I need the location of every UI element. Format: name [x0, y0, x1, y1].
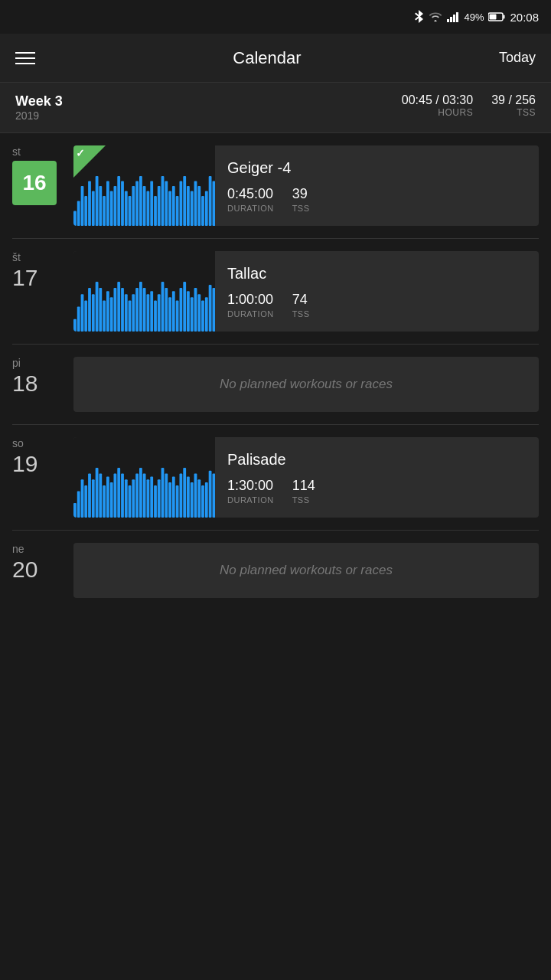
battery-icon [488, 12, 505, 21]
status-time: 20:08 [510, 11, 539, 24]
svg-rect-101 [125, 479, 128, 518]
menu-button[interactable] [15, 52, 35, 64]
hours-value: 00:45 / 03:30 [402, 93, 473, 107]
week-stat-tss: 39 / 256 TSS [491, 93, 536, 118]
svg-rect-41 [197, 186, 201, 226]
svg-rect-37 [183, 176, 186, 226]
svg-rect-76 [180, 288, 183, 332]
svg-rect-117 [183, 468, 186, 518]
svg-rect-24 [135, 181, 139, 227]
tss-value-17: 74 [292, 292, 310, 308]
wifi-icon [429, 11, 442, 22]
svg-rect-80 [194, 288, 197, 332]
day-number-17: 17 [12, 266, 73, 289]
workout-info-19: Palisade1:30:00DURATION114TSS [215, 437, 539, 518]
workout-info-17: Tallac1:00:00DURATION74TSS [215, 251, 539, 332]
svg-rect-16 [106, 181, 109, 227]
svg-rect-54 [99, 288, 102, 332]
svg-rect-73 [168, 297, 171, 332]
svg-rect-112 [165, 474, 168, 518]
svg-rect-81 [197, 294, 201, 332]
svg-rect-22 [129, 196, 132, 226]
check-icon-16: ✓ [76, 147, 85, 159]
duration-value-17: 1:00:00 [227, 292, 274, 308]
duration-metric-19: 1:30:00DURATION [227, 478, 274, 505]
svg-rect-43 [205, 191, 208, 227]
svg-rect-61 [125, 294, 128, 332]
svg-rect-123 [205, 482, 208, 518]
svg-rect-121 [197, 479, 201, 518]
svg-rect-18 [114, 186, 117, 226]
svg-rect-40 [194, 181, 197, 227]
svg-rect-39 [191, 191, 194, 227]
workout-thumb-17 [73, 251, 215, 332]
svg-rect-29 [154, 196, 157, 226]
empty-text-20: No planned workouts or races [220, 563, 393, 578]
svg-rect-21 [125, 191, 128, 227]
day-name-17: št [12, 251, 73, 263]
tss-label: TSS [517, 107, 536, 118]
duration-metric-17: 1:00:00DURATION [227, 292, 274, 318]
svg-rect-47 [73, 319, 77, 332]
workout-card-16[interactable]: ✓Geiger -40:45:00DURATION39TSS [73, 145, 539, 226]
day-section-20: ne20No planned workouts or races [0, 531, 551, 610]
svg-rect-62 [129, 300, 132, 332]
svg-rect-74 [172, 291, 175, 332]
svg-rect-119 [191, 482, 194, 518]
day-number-16: 16 [12, 161, 57, 205]
svg-rect-9 [81, 186, 84, 226]
svg-rect-97 [110, 482, 113, 518]
svg-rect-14 [99, 186, 102, 226]
svg-rect-49 [81, 294, 84, 332]
svg-rect-32 [165, 181, 168, 227]
workout-card-19[interactable]: Palisade1:30:00DURATION114TSS [73, 437, 539, 518]
today-button[interactable]: Today [499, 50, 536, 66]
svg-rect-58 [114, 288, 117, 332]
workout-name-16: Geiger -4 [227, 159, 527, 177]
duration-value-16: 0:45:00 [227, 186, 274, 202]
svg-rect-116 [180, 474, 183, 518]
svg-rect-98 [114, 474, 117, 518]
svg-rect-8 [77, 201, 80, 227]
svg-rect-91 [88, 474, 91, 518]
svg-rect-120 [194, 474, 197, 518]
day-number-20: 20 [12, 558, 73, 581]
signal-icon [447, 11, 459, 22]
tss-metric-19: 114TSS [292, 478, 315, 505]
svg-rect-13 [96, 176, 99, 226]
svg-rect-102 [129, 485, 132, 518]
svg-rect-42 [201, 196, 204, 226]
workout-card-17[interactable]: Tallac1:00:00DURATION74TSS [73, 251, 539, 332]
svg-rect-68 [150, 291, 153, 332]
status-icons: 49% 20:08 [413, 10, 539, 24]
day-number-19: 19 [12, 452, 73, 475]
svg-rect-10 [84, 196, 87, 226]
svg-rect-125 [213, 474, 216, 518]
tss-label-16: TSS [292, 204, 310, 213]
hours-label: HOURS [438, 107, 473, 118]
svg-rect-12 [92, 191, 95, 227]
svg-rect-53 [96, 282, 99, 332]
svg-rect-1 [450, 17, 452, 22]
svg-rect-94 [99, 474, 102, 518]
svg-rect-30 [158, 186, 161, 226]
svg-rect-109 [154, 485, 157, 518]
day-section-17: št17Tallac1:00:00DURATION74TSS [0, 239, 551, 344]
svg-rect-78 [187, 291, 190, 332]
svg-rect-34 [172, 186, 175, 226]
svg-rect-63 [132, 294, 135, 332]
svg-rect-95 [103, 485, 106, 518]
svg-rect-36 [180, 181, 183, 227]
tss-value-16: 39 [292, 186, 310, 202]
svg-rect-23 [132, 186, 135, 226]
svg-rect-113 [168, 482, 171, 518]
top-app-bar: Calendar Today [0, 34, 551, 83]
svg-rect-59 [117, 282, 120, 332]
svg-rect-99 [117, 468, 120, 518]
svg-rect-66 [143, 288, 146, 332]
svg-rect-84 [209, 285, 212, 332]
day-name-18: pi [12, 357, 73, 369]
svg-rect-96 [106, 477, 109, 518]
svg-rect-60 [121, 288, 124, 332]
svg-rect-25 [139, 176, 142, 226]
